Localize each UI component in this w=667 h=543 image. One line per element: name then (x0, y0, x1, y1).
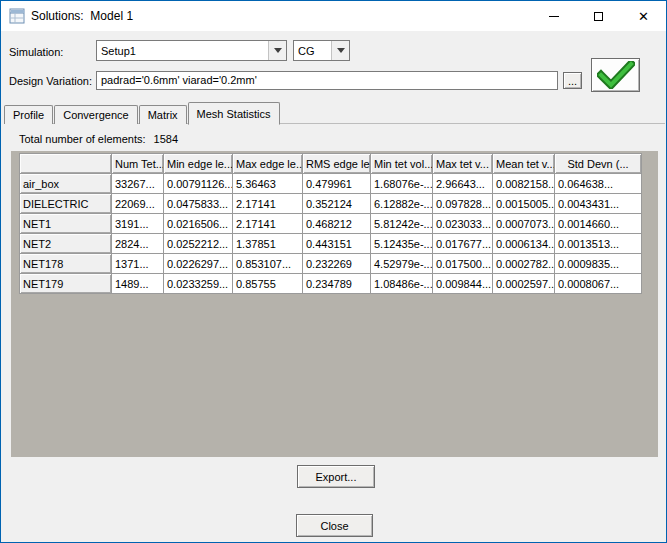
row-header-cell[interactable]: DIELECTRIC (20, 194, 112, 214)
tab-matrix[interactable]: Matrix (139, 105, 187, 124)
minimize-button[interactable] (531, 1, 576, 31)
table-cell[interactable]: 0.0002597... (493, 274, 555, 294)
mesh-statistics-table: Num Tet...Min edge le...Max edge le...RM… (19, 153, 642, 294)
total-elements-label: Total number of elements: (19, 133, 146, 145)
table-cell[interactable]: 3191... (112, 214, 164, 234)
export-button[interactable]: Export... (297, 465, 375, 488)
table-cell[interactable]: 5.12435e-... (371, 234, 433, 254)
table-cell[interactable]: 0.0009835... (555, 254, 642, 274)
design-variation-field[interactable]: padrad='0.6mm' viarad='0.2mm' (96, 71, 558, 90)
table-cell[interactable]: 1.08486e-... (371, 274, 433, 294)
table-row: DIELECTRIC22069...0.0475833...2.171410.3… (20, 194, 642, 214)
table-cell[interactable]: 1489... (112, 274, 164, 294)
table-cell[interactable]: 0.023033... (433, 214, 493, 234)
browse-button[interactable]: ... (563, 72, 582, 89)
chevron-down-icon[interactable] (331, 41, 349, 60)
header-row: Num Tet...Min edge le...Max edge le...RM… (20, 154, 642, 174)
mesh-grid-area: Num Tet...Min edge le...Max edge le...RM… (11, 151, 658, 457)
table-cell[interactable]: 0.0002782... (493, 254, 555, 274)
table-cell[interactable]: 0.0007073... (493, 214, 555, 234)
table-cell[interactable]: 0.0216506... (164, 214, 233, 234)
column-header-cell[interactable]: Max edge le... (233, 154, 303, 174)
table-cell[interactable]: 0.0226297... (164, 254, 233, 274)
column-header-cell[interactable]: Min tet vol... (371, 154, 433, 174)
table-cell[interactable]: 1.37851 (233, 234, 303, 254)
table-cell[interactable]: 0.232269 (303, 254, 371, 274)
green-check-icon (597, 61, 635, 89)
table-cell[interactable]: 22069... (112, 194, 164, 214)
row-header-cell[interactable]: NET2 (20, 234, 112, 254)
table-row: air_box33267...0.00791126...5.364630.479… (20, 174, 642, 194)
maximize-icon (594, 12, 603, 21)
table-cell[interactable]: 1.68076e-... (371, 174, 433, 194)
app-icon (9, 8, 25, 24)
table-cell[interactable]: 5.36463 (233, 174, 303, 194)
close-button[interactable]: ✕ (621, 1, 666, 31)
column-header-cell[interactable]: Max tet v... (433, 154, 493, 174)
table-cell[interactable]: 0.017677... (433, 234, 493, 254)
close-dialog-button[interactable]: Close (296, 514, 373, 537)
total-elements-line: Total number of elements:1584 (19, 133, 178, 145)
window-controls: ✕ (531, 1, 666, 31)
table-cell[interactable]: 0.0043431... (555, 194, 642, 214)
maximize-button[interactable] (576, 1, 621, 31)
table-cell[interactable]: 0.443151 (303, 234, 371, 254)
tab-mesh-statistics[interactable]: Mesh Statistics (188, 102, 280, 125)
corner-header-cell[interactable] (20, 154, 112, 174)
table-cell[interactable]: 0.234789 (303, 274, 371, 294)
design-variation-label: Design Variation: (9, 75, 92, 87)
table-cell[interactable]: 0.85755 (233, 274, 303, 294)
table-cell[interactable]: 0.097828... (433, 194, 493, 214)
matrix-type-select[interactable]: CG (293, 40, 350, 61)
table-cell[interactable]: 0.0252212... (164, 234, 233, 254)
table-cell[interactable]: 0.0082158... (493, 174, 555, 194)
close-icon: ✕ (638, 10, 649, 23)
tab-profile[interactable]: Profile (4, 105, 53, 124)
table-cell[interactable]: 0.0014660... (555, 214, 642, 234)
table-cell[interactable]: 0.0475833... (164, 194, 233, 214)
table-cell[interactable]: 0.0233259... (164, 274, 233, 294)
table-cell[interactable]: 0.017500... (433, 254, 493, 274)
column-header-cell[interactable]: Mean tet v... (493, 154, 555, 174)
table-cell[interactable]: 0.009844... (433, 274, 493, 294)
table-cell[interactable]: 0.853107... (233, 254, 303, 274)
column-header-cell[interactable]: Min edge le... (164, 154, 233, 174)
table-cell[interactable]: 0.00791126... (164, 174, 233, 194)
tab-strip: ProfileConvergenceMatrixMesh Statistics (4, 101, 281, 124)
table-cell[interactable]: 2.17141 (233, 214, 303, 234)
validation-check-button[interactable] (591, 58, 640, 92)
table-cell[interactable]: 4.52979e-... (371, 254, 433, 274)
row-header-cell[interactable]: NET1 (20, 214, 112, 234)
row-header-cell[interactable]: NET178 (20, 254, 112, 274)
table-cell[interactable]: 0.0008067... (555, 274, 642, 294)
table-cell[interactable]: 0.0006134... (493, 234, 555, 254)
simulation-label: Simulation: (9, 46, 63, 58)
table-row: NET1791489...0.0233259...0.857550.234789… (20, 274, 642, 294)
tab-convergence[interactable]: Convergence (54, 105, 137, 124)
column-header-cell[interactable]: Std Devn (... (555, 154, 642, 174)
simulation-select[interactable]: Setup1 (96, 40, 287, 61)
column-header-cell[interactable]: Num Tet... (112, 154, 164, 174)
table-cell[interactable]: 1371... (112, 254, 164, 274)
table-row: NET22824...0.0252212...1.378510.4431515.… (20, 234, 642, 254)
table-cell[interactable]: 0.0015005... (493, 194, 555, 214)
table-cell[interactable]: 2.17141 (233, 194, 303, 214)
table-cell[interactable]: 5.81242e-... (371, 214, 433, 234)
table-cell[interactable]: 0.468212 (303, 214, 371, 234)
row-header-cell[interactable]: air_box (20, 174, 112, 194)
window-title: Solutions: Model 1 (31, 9, 133, 23)
table-cell[interactable]: 2.96643... (433, 174, 493, 194)
table-cell[interactable]: 2824... (112, 234, 164, 254)
table-cell[interactable]: 0.479961 (303, 174, 371, 194)
table-cell[interactable]: 0.352124 (303, 194, 371, 214)
column-header-cell[interactable]: RMS edge le... (303, 154, 371, 174)
chevron-down-icon[interactable] (268, 41, 286, 60)
row-header-cell[interactable]: NET179 (20, 274, 112, 294)
table-cell[interactable]: 6.12882e-... (371, 194, 433, 214)
table-cell[interactable]: 0.0013513... (555, 234, 642, 254)
total-elements-value: 1584 (154, 133, 178, 145)
solutions-dialog: Solutions: Model 1 ✕ Simulation: Setup1 … (0, 0, 667, 543)
titlebar[interactable]: Solutions: Model 1 ✕ (1, 1, 666, 31)
table-cell[interactable]: 0.064638... (555, 174, 642, 194)
table-cell[interactable]: 33267... (112, 174, 164, 194)
